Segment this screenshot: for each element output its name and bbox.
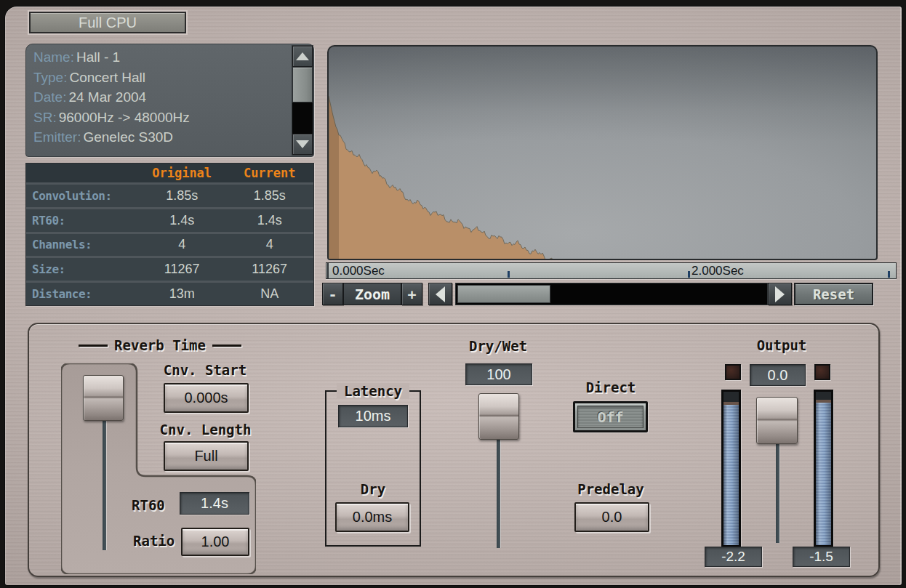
reverb-time-slider-thumb[interactable] — [83, 375, 124, 421]
meter-peak-cap — [816, 400, 831, 403]
predelay-value[interactable]: 0.0 — [574, 502, 649, 532]
table-column-header: Original — [138, 166, 226, 180]
ir-envelope — [329, 96, 552, 260]
title-dash — [212, 345, 241, 347]
waveform-scrollbar[interactable] — [455, 283, 768, 305]
output-meter-readout-right: -1.5 — [793, 547, 850, 567]
properties-table: OriginalCurrentConvolution:1.85s1.85sRT6… — [25, 163, 314, 306]
table-row-label: Distance: — [26, 287, 138, 301]
scroll-up-button[interactable] — [292, 46, 313, 67]
direct-label: Direct — [578, 379, 644, 395]
table-row: Size:1126711267 — [26, 258, 313, 281]
dry-wet-value[interactable]: 100 — [465, 363, 532, 385]
dry-label: Dry — [325, 481, 421, 497]
table-row-label: Size: — [26, 262, 138, 276]
scroll-right-button[interactable] — [768, 283, 792, 305]
direct-toggle-button[interactable]: Off — [573, 401, 648, 432]
table-row-label: RT60: — [26, 214, 138, 227]
ruler-tick — [508, 271, 510, 278]
ir-envelope-left-strip — [329, 96, 339, 260]
table-cell-current: NA — [225, 286, 313, 302]
time-ruler: 0.000Sec 2.000Sec — [326, 262, 897, 279]
table-row-label: Convolution: — [26, 189, 138, 203]
ruler-tick — [688, 271, 690, 278]
table-row-label: Channels: — [26, 238, 138, 251]
table-cell-current: 4 — [225, 237, 313, 252]
dry-wet-label: Dry/Wet — [458, 338, 538, 354]
table-cell-current: 1.4s — [225, 213, 313, 228]
table-cell-original: 11267 — [138, 262, 226, 277]
table-row: RT60:1.4s1.4s — [26, 209, 313, 232]
reset-button[interactable]: Reset — [794, 283, 873, 305]
preset-scrollbar[interactable] — [292, 45, 313, 156]
rt60-value[interactable]: 1.4s — [180, 492, 249, 515]
table-row: Channels:44 — [26, 234, 313, 257]
preset-info-fields: Name:Hall - 1Type:Concert HallDate:24 Ma… — [33, 49, 313, 150]
preset-info-line: Emitter:Genelec S30D — [33, 129, 313, 150]
ruler-tick — [888, 271, 890, 278]
cnv-start-value[interactable]: 0.000s — [164, 383, 249, 413]
clip-led-left[interactable] — [725, 364, 741, 380]
table-cell-original: 1.85s — [138, 188, 226, 204]
ratio-label: Ratio — [133, 533, 175, 549]
ir-waveform-svg — [329, 47, 878, 260]
ruler-tick-zero — [327, 263, 329, 278]
table-cell-original: 13m — [138, 286, 226, 302]
dry-wet-slider-thumb[interactable] — [478, 393, 519, 440]
latency-value[interactable]: 10ms — [338, 405, 408, 427]
zoom-out-button[interactable]: - — [322, 283, 343, 305]
preset-info-field-label: SR: — [33, 110, 57, 125]
reverb-time-title-text: Reverb Time — [114, 337, 206, 353]
scroll-down-button[interactable] — [292, 134, 313, 155]
ir-waveform-display[interactable] — [327, 45, 878, 260]
ruler-start-label: 0.000Sec — [332, 264, 385, 278]
table-cell-current: 11267 — [225, 262, 313, 277]
table-cell-original: 4 — [138, 237, 226, 252]
table-column-header: Current — [225, 166, 313, 180]
table-row: Convolution:1.85s1.85s — [26, 185, 313, 207]
arrow-down-icon — [296, 140, 309, 148]
dry-value[interactable]: 0.0ms — [335, 502, 409, 532]
cnv-length-label: Cnv. Length — [149, 422, 262, 438]
waveform-scrollbar-thumb[interactable] — [457, 285, 550, 303]
latency-title: Latency — [337, 383, 409, 399]
ratio-value[interactable]: 1.00 — [181, 528, 249, 556]
table-row: Distance:13mNA — [26, 283, 313, 305]
output-slider-thumb[interactable] — [756, 397, 798, 444]
preset-info-field-value: 24 Mar 2004 — [68, 89, 146, 105]
meter-fill-left — [723, 402, 739, 545]
arrow-right-icon — [775, 286, 785, 302]
preset-info-line: SR:96000Hz -> 48000Hz — [33, 110, 313, 130]
output-meter-left — [721, 390, 741, 547]
preset-scrollbar-track[interactable] — [292, 102, 313, 134]
output-meter-readout-left: -2.2 — [705, 547, 762, 567]
output-gain-value[interactable]: 0.0 — [750, 364, 806, 386]
rt60-label: RT60 — [132, 497, 165, 513]
cnv-length-value[interactable]: Full — [164, 441, 249, 471]
clip-led-right[interactable] — [814, 364, 830, 380]
scroll-left-button[interactable] — [428, 283, 452, 305]
preset-info-field-label: Emitter: — [33, 129, 81, 145]
preset-info-field-value: Genelec S30D — [83, 129, 173, 145]
preset-info-line: Type:Concert Hall — [33, 70, 313, 90]
preset-info-field-label: Date: — [33, 89, 66, 105]
arrow-up-icon — [296, 52, 309, 60]
direct-toggle-value: Off — [577, 406, 644, 428]
table-cell-original: 1.4s — [138, 213, 226, 228]
preset-info-panel: Name:Hall - 1Type:Concert HallDate:24 Ma… — [25, 44, 314, 157]
preset-info-field-label: Type: — [33, 70, 67, 85]
preset-info-line: Name:Hall - 1 — [33, 49, 313, 70]
preset-info-field-value: Concert Hall — [69, 70, 145, 85]
arrow-left-icon — [436, 286, 445, 302]
preset-scrollbar-thumb[interactable] — [292, 67, 313, 102]
preset-info-field-label: Name: — [33, 49, 74, 65]
cpu-mode-button[interactable]: Full CPU — [29, 12, 186, 33]
meter-peak-cap — [723, 402, 739, 405]
preset-info-field-value: Hall - 1 — [76, 49, 120, 65]
output-meter-right — [814, 390, 833, 547]
zoom-in-button[interactable]: + — [401, 283, 422, 305]
zoom-label: Zoom — [343, 283, 401, 305]
preset-info-line: Date:24 Mar 2004 — [33, 89, 313, 110]
output-label: Output — [749, 337, 814, 353]
reverb-time-title: Reverb Time — [69, 337, 251, 353]
